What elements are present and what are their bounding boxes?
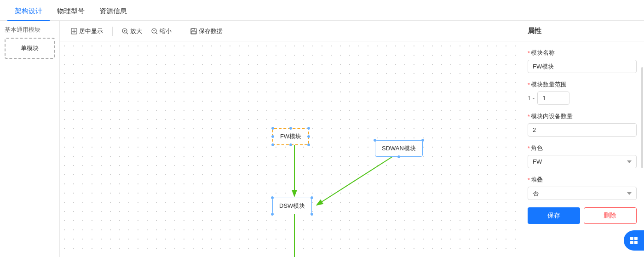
node-sdwan-dot-tr xyxy=(421,139,424,142)
module-name-input[interactable] xyxy=(528,60,637,73)
node-sdwan-label: SDWAN模块 xyxy=(382,144,416,153)
fab-button[interactable] xyxy=(624,230,644,251)
device-count-group: * 模块内设备数量 xyxy=(528,112,637,137)
role-select[interactable]: FW DSW ASW SDWAN xyxy=(528,155,637,168)
node-dot-tl xyxy=(271,127,274,130)
node-dot-tm xyxy=(289,127,292,130)
node-sdwan[interactable]: SDWAN模块 xyxy=(375,140,423,157)
main-area: 基本通用模块 单模块 居中显示 放大 缩小 xyxy=(0,21,644,257)
zoom-in-icon xyxy=(122,28,128,34)
canvas[interactable]: FW模块 SDWAN模块 xyxy=(60,41,520,257)
node-dot-bl xyxy=(271,143,274,146)
svg-rect-17 xyxy=(630,237,633,240)
left-sidebar: 基本通用模块 单模块 xyxy=(0,21,60,257)
node-dot-ml xyxy=(271,135,274,138)
center-icon xyxy=(71,28,77,34)
toolbar-divider-1 xyxy=(112,27,113,36)
delete-button[interactable]: 删除 xyxy=(584,207,637,224)
zoom-in-label: 放大 xyxy=(130,27,142,35)
stack-group: * 堆叠 否 是 xyxy=(528,176,637,200)
node-dsw[interactable]: DSW模块 xyxy=(272,198,312,214)
module-count-input[interactable] xyxy=(537,91,569,105)
node-dsw-label: DSW模块 xyxy=(279,202,305,210)
node-dot-br xyxy=(307,143,310,146)
range-row: 1 - xyxy=(528,91,637,105)
svg-rect-19 xyxy=(630,241,633,244)
zoom-out-icon xyxy=(151,28,158,34)
role-group: * 角色 FW DSW ASW SDWAN xyxy=(528,144,637,168)
single-module-item[interactable]: 单模块 xyxy=(5,38,55,59)
svg-line-6 xyxy=(126,33,128,34)
device-count-input[interactable] xyxy=(528,123,637,137)
top-nav: 架构设计 物理型号 资源信息 xyxy=(0,0,644,21)
app-container: 架构设计 物理型号 资源信息 基本通用模块 单模块 居中显示 放大 xyxy=(0,0,644,257)
required-star-3: * xyxy=(528,113,530,120)
module-name-group: * 模块名称 xyxy=(528,49,637,73)
right-panel: 属性 * 模块名称 * 模块数量范围 1 xyxy=(520,21,644,257)
range-prefix: 1 - xyxy=(528,95,535,102)
svg-line-9 xyxy=(156,33,157,34)
node-dot-mr xyxy=(307,135,310,138)
node-dsw-dot-br xyxy=(310,213,313,216)
svg-rect-12 xyxy=(191,31,196,34)
svg-line-15 xyxy=(317,152,400,205)
svg-rect-20 xyxy=(634,241,638,244)
node-dsw-dot-bl xyxy=(271,213,274,216)
tab-resources[interactable]: 资源信息 xyxy=(92,2,134,21)
module-name-label: * 模块名称 xyxy=(528,49,637,57)
center-display-btn[interactable]: 居中显示 xyxy=(67,25,107,37)
svg-rect-18 xyxy=(634,237,638,240)
module-count-group: * 模块数量范围 1 - xyxy=(528,80,637,105)
stack-label: * 堆叠 xyxy=(528,176,637,184)
sidebar-section-title: 基本通用模块 xyxy=(5,26,55,34)
node-sdwan-dot-bm xyxy=(397,155,400,158)
module-count-label: * 模块数量范围 xyxy=(528,80,637,89)
panel-title: 属性 xyxy=(520,21,644,41)
role-label: * 角色 xyxy=(528,144,637,152)
fab-icon xyxy=(629,236,638,245)
node-dsw-dot-tl xyxy=(271,196,274,199)
node-fw-label: FW模块 xyxy=(280,132,301,141)
required-star-4: * xyxy=(528,145,530,152)
save-data-label: 保存数据 xyxy=(199,27,223,35)
node-sdwan-dot-tl xyxy=(374,139,376,142)
node-dot-bm xyxy=(289,143,292,146)
save-icon xyxy=(190,28,197,34)
tab-model[interactable]: 物理型号 xyxy=(50,2,92,21)
tab-architecture[interactable]: 架构设计 xyxy=(7,2,50,21)
required-star-1: * xyxy=(528,50,530,57)
node-dot-tr xyxy=(307,127,310,130)
stack-select[interactable]: 否 是 xyxy=(528,187,637,200)
device-count-label: * 模块内设备数量 xyxy=(528,112,637,120)
zoom-out-btn[interactable]: 缩小 xyxy=(148,25,175,37)
required-star-2: * xyxy=(528,81,530,88)
node-dsw-dot-tr xyxy=(310,196,313,199)
toolbar: 居中显示 放大 缩小 保存数据 xyxy=(60,21,520,41)
panel-scrollbar[interactable] xyxy=(641,67,643,168)
arrows-svg xyxy=(60,41,520,257)
required-star-5: * xyxy=(528,177,530,183)
action-btn-row: 保存 删除 xyxy=(528,207,637,224)
node-fw[interactable]: FW模块 xyxy=(272,128,309,145)
save-data-btn[interactable]: 保存数据 xyxy=(187,25,226,37)
center-display-label: 居中显示 xyxy=(79,27,103,35)
toolbar-divider-2 xyxy=(181,27,181,36)
panel-body: * 模块名称 * 模块数量范围 1 - xyxy=(520,41,644,231)
save-button[interactable]: 保存 xyxy=(528,207,580,224)
canvas-area: 居中显示 放大 缩小 保存数据 xyxy=(60,21,520,257)
zoom-out-label: 缩小 xyxy=(160,27,172,35)
zoom-in-btn[interactable]: 放大 xyxy=(118,25,146,37)
